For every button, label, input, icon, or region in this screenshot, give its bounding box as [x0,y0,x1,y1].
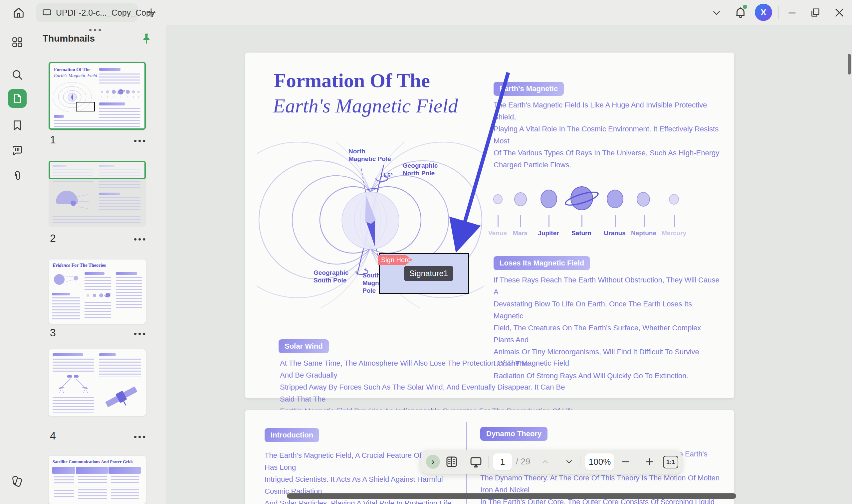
section-badge-introduction: Introduction [265,428,319,442]
thumbnail-page-number: 3 [50,327,56,339]
thumb3-textlines [85,277,111,290]
thumb2-viewport-highlight [49,161,146,179]
user-avatar[interactable]: X [755,4,772,21]
sidebar-item-bookmarks[interactable] [11,119,24,132]
pdf-page-1: Formation Of The Earth's Magnetic Field [245,53,734,398]
thumb3-textlines [52,298,80,319]
planet-label: Saturn [563,230,600,237]
label-geographic-north-pole: Geographic North Pole [403,162,438,177]
zoom-value: 100% [589,457,611,467]
thumb4-badge [53,353,83,356]
thumb4-badge [99,353,116,356]
thumb4-textlines [99,359,141,377]
thumb3-title-em: Evidence [53,263,70,268]
planet-mars [514,192,527,206]
zoom-level-display[interactable]: 100% [585,453,615,470]
zoom-in-icon[interactable] [644,456,655,467]
section-badge-solar-wind: Solar Wind [279,339,329,353]
new-tab-button[interactable] [144,6,158,19]
thumbnail-page-5[interactable]: Satellite Communications And Power Grids [49,456,146,504]
navbar-divider [580,456,581,468]
thumb1-planets [99,89,141,100]
planet-tick [644,215,645,227]
titlebar-chevron-down[interactable] [711,7,722,19]
thumbnail-menu-dots[interactable]: ••• [134,329,147,339]
thumb2-core-diagram [52,190,92,213]
planet-tick [674,215,675,227]
thumb2-textlines [53,216,140,224]
previous-page-chevron[interactable] [540,457,550,466]
thumbnail-panel: ••• Thumbnails Formation Of The Earth's … [34,25,166,504]
sidebar-item-thumbnails-active[interactable] [8,89,26,108]
thumb1-signature-rect [76,102,95,111]
notifications-bell-icon[interactable] [733,5,747,20]
planet-mercury [669,194,679,204]
planet-neptune [637,192,650,206]
sidebar-item-comments[interactable] [11,144,24,157]
thumb1-title-1: Formation Of The [54,67,90,73]
thumb3-title: Evidence For The Theories [53,263,106,268]
document-canvas: Formation Of The Earth's Magnetic Field [166,25,852,504]
planet-tick [615,215,616,227]
doc-title-line1: Formation Of The [274,69,430,92]
presentation-mode-icon[interactable] [468,455,483,469]
planet-tick [549,215,549,227]
thumbnail-menu-dots[interactable]: ••• [134,432,147,442]
thumb4-textlines [53,397,94,413]
sidebar-item-attachments[interactable] [11,170,24,182]
thumb1-textlines [54,120,140,128]
document-tab[interactable]: UPDF-2.0-c..._Copy_Copy [36,3,138,22]
bell-badge-dot [743,5,747,9]
thumb1-title-2: Earth's Magnetic Field [54,73,97,78]
page-number-input[interactable]: 1 [493,453,512,470]
section-text-earths-magnetic: The Earth's Magnetic Field Is Like A Hug… [494,99,720,171]
planet-jupiter [540,190,557,208]
sidebar-item-search[interactable] [11,69,24,81]
thumb3-diagram [51,271,82,290]
one-to-one-label: 1:1 [666,459,675,466]
thumbnail-page-3[interactable]: Evidence For The Theories [49,259,146,324]
pin-panel-icon[interactable] [140,31,153,46]
signature-field-name[interactable]: Signature1 [404,266,453,281]
planet-uranus [607,190,623,208]
thumbnail-page-1[interactable]: Formation Of The Earth's Magnetic Field [49,62,146,130]
actual-size-button[interactable]: 1:1 [663,456,678,468]
planet-tick [520,215,521,227]
label-geographic-south-pole: Geographic South Pole [314,269,349,284]
close-window-button[interactable] [833,7,845,19]
thumb1-textlines [99,108,140,119]
thumb1-badge [99,103,125,106]
thumbnail-menu-dots[interactable]: ••• [134,234,147,245]
thumb4-satellite [102,381,140,412]
next-page-chevron[interactable] [564,457,574,466]
zoom-out-icon[interactable] [620,456,631,467]
vertical-scrollbar[interactable] [848,54,851,74]
restore-window-button[interactable] [810,7,821,19]
current-page: 1 [500,457,505,467]
thumbnail-page-2[interactable] [49,161,146,227]
panel-title: Thumbnails [42,33,95,44]
thumb1-badge [54,115,64,118]
label-north-magnetic-pole: North Magnetic Pole [349,147,391,163]
expand-chevron-icon: › [431,456,434,467]
label-axis-angle: 11.5° [380,172,393,179]
thumb3-textlines [116,277,142,310]
thumbnail-page-4[interactable] [49,349,146,416]
sidebar-rail [0,25,34,504]
thumb2-textlines [99,197,140,212]
thumb3-badge [116,272,137,275]
minimize-button[interactable] [786,7,798,19]
reading-mode-icon[interactable] [445,455,459,469]
thumb3-title-rest: For The Theories [70,263,106,268]
thumbnail-menu-dots[interactable]: ••• [134,136,147,146]
section-badge-dynamo: Dynamo Theory [480,427,548,441]
horizontal-scrollbar[interactable] [287,493,736,499]
home-button[interactable] [12,6,25,19]
thumb3-badge [85,272,105,275]
avatar-initial: X [761,7,766,18]
thumb3-badge [52,293,70,295]
planet-label: Jupiter [530,230,567,237]
sidebar-item-panels[interactable] [11,36,24,49]
sidebar-item-stamps[interactable] [11,475,24,488]
collapse-bar-button[interactable]: › [426,455,440,469]
